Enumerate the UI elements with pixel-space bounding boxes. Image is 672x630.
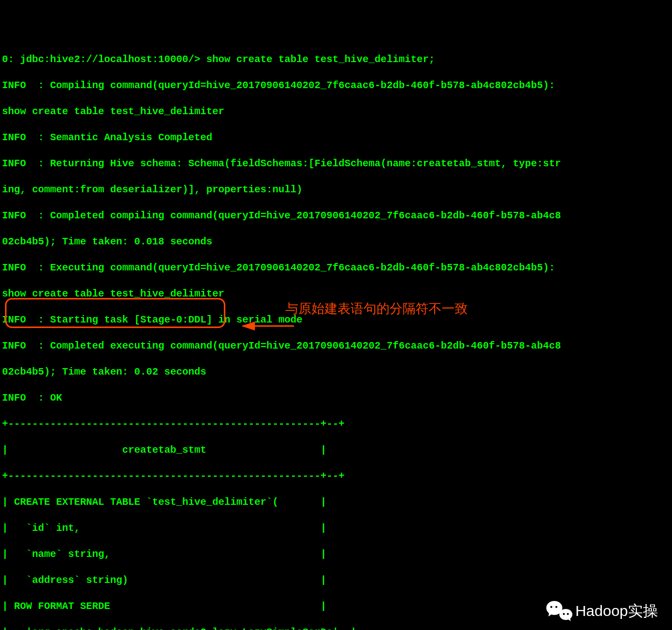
log-line: INFO : Semantic Analysis Completed <box>2 131 670 144</box>
log-line: 02cb4b5); Time taken: 0.02 seconds <box>2 366 670 379</box>
watermark: Hadoop实操 <box>546 600 658 621</box>
log-line: INFO : Completed compiling command(query… <box>2 209 670 222</box>
log-line: INFO : Compiling command(queryId=hive_20… <box>2 79 670 92</box>
table-row: | `name` string, | <box>2 548 670 561</box>
annotation-text: 与原始建表语句的分隔符不一致 <box>285 300 468 318</box>
terminal-prompt-input: 0: jdbc:hive2://localhost:10000/> show c… <box>2 53 670 66</box>
log-line: show create table test_hive_delimiter <box>2 287 670 300</box>
log-line: 02cb4b5); Time taken: 0.018 seconds <box>2 235 670 248</box>
table-separator: +---------------------------------------… <box>2 470 670 483</box>
table-header: | createtab_stmt | <box>2 444 670 457</box>
table-row: | CREATE EXTERNAL TABLE `test_hive_delim… <box>2 496 670 509</box>
wechat-icon <box>546 600 572 621</box>
table-separator: +---------------------------------------… <box>2 418 670 431</box>
log-line: INFO : Returning Hive schema: Schema(fie… <box>2 157 670 170</box>
table-row: | 'org.apache.hadoop.hive.serde2.lazy.La… <box>2 626 670 630</box>
log-line: INFO : OK <box>2 392 670 405</box>
log-line: INFO : Completed executing command(query… <box>2 340 670 353</box>
watermark-text: Hadoop实操 <box>575 601 658 620</box>
log-line: INFO : Executing command(queryId=hive_20… <box>2 261 670 274</box>
log-line: show create table test_hive_delimiter <box>2 105 670 118</box>
table-row: | `address` string) | <box>2 574 670 587</box>
table-row: | `id` int, | <box>2 522 670 535</box>
log-line: ing, comment:from deserializer)], proper… <box>2 183 670 196</box>
